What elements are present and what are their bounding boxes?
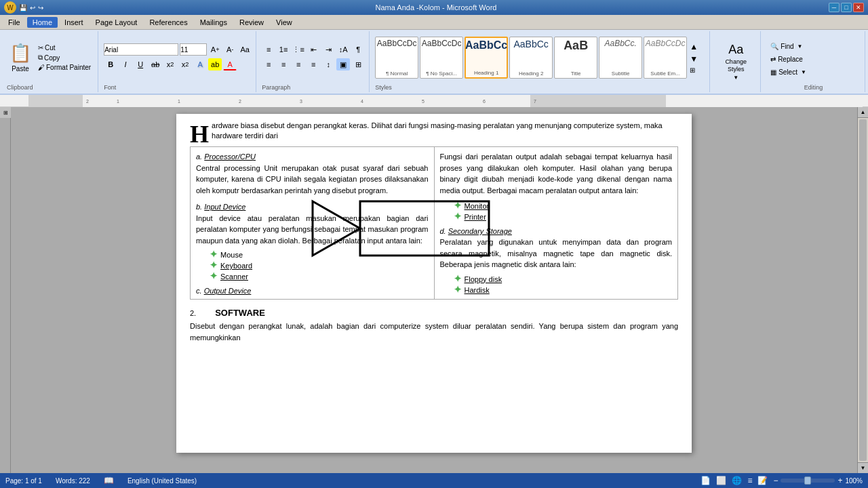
strikethrough-button[interactable]: ab [149,58,162,70]
styles-scroll-up[interactable]: ▲ ▼ ⊞ [690,42,698,74]
subscript-button[interactable]: x2 [163,58,177,70]
change-styles-button[interactable]: Aa ChangeStyles ▼ [715,33,756,91]
find-button[interactable]: 🔍 Find ▼ [766,41,861,52]
view-print-layout[interactable]: 📄 [701,476,711,485]
font-row-1: A+ A- Aa [104,43,252,56]
bullet-text-floppy: Floppy disk [465,275,502,283]
language-info[interactable]: English (United States) [127,477,197,485]
bullet-mouse: ✦ Mouse [210,249,429,260]
view-web[interactable]: 🌐 [732,476,742,485]
view-outline[interactable]: ≡ [747,476,752,485]
document-area[interactable]: H ardware biasa disebut dengan perangkat… [11,107,857,473]
font-family-select[interactable] [104,43,178,56]
menu-view[interactable]: View [271,17,298,28]
vertical-scrollbar[interactable]: ▲ ▼ [857,107,868,473]
decrease-indent-button[interactable]: ⇤ [307,43,320,56]
zoom-in-button[interactable]: + [837,476,842,485]
input-device-title-row: b. Input Device [196,201,429,213]
replace-button[interactable]: ⇄ Replace [766,54,861,64]
quick-access-save[interactable]: 💾 [19,4,27,12]
change-styles-icon: Aa [728,43,743,57]
c-letter: c. [196,287,204,295]
scroll-up-button[interactable]: ▲ [858,107,868,118]
paste-button[interactable]: 📋 Paste [7,37,34,78]
sort-button[interactable]: ↕A [336,43,350,56]
highlight-button[interactable]: ab [208,58,222,70]
view-full-screen[interactable]: ⬜ [716,476,726,485]
menu-home[interactable]: Home [27,17,58,28]
menu-insert[interactable]: Insert [59,17,89,28]
style-emphasis[interactable]: AaBbCcDc Subtle Em... [644,37,687,79]
italic-button[interactable]: I [119,58,132,70]
shading-button[interactable]: ▣ [336,58,350,70]
status-bar: Page: 1 of 1 Words: 222 📖 English (Unite… [0,473,868,488]
styles-expand[interactable]: ⊞ [690,66,698,74]
style-normal[interactable]: AaBbCcDc ¶ Normal [375,37,418,79]
superscript-button[interactable]: x2 [178,58,192,70]
spell-check-icon[interactable]: 📖 [104,476,114,485]
style-subtitle[interactable]: AaBbCc. Subtitle [599,37,642,79]
zoom-slider[interactable] [781,479,835,483]
zoom-level[interactable]: 100% [845,477,863,485]
change-styles-chevron: ▼ [733,75,738,81]
editing-group: 🔍 Find ▼ ⇄ Replace ▦ Select ▼ Editing [762,31,865,92]
menu-page-layout[interactable]: Page Layout [90,17,143,28]
format-painter-button[interactable]: 🖌 Format Painter [35,63,94,72]
increase-indent-button[interactable]: ⇥ [321,43,335,56]
style-heading2[interactable]: AaBbCc Heading 2 [509,37,553,79]
font-size-select[interactable] [180,43,207,56]
menu-mailings[interactable]: Mailings [195,17,233,28]
minimize-button[interactable]: ─ [829,3,840,12]
clipboard-small-buttons: ✂ Cut ⧉ Copy 🖌 Format Painter [35,43,94,72]
cut-button[interactable]: ✂ Cut [35,43,94,52]
underline-button[interactable]: U [134,58,147,70]
bold-button[interactable]: B [104,58,117,70]
style-no-spacing[interactable]: AaBbCcDc ¶ No Spaci... [420,37,463,79]
select-button[interactable]: ▦ Select ▼ [766,67,861,77]
clear-format-button[interactable]: Aa [238,43,252,56]
copy-button[interactable]: ⧉ Copy [35,53,94,62]
style-h1-label: Heading 1 [474,70,498,76]
align-left-button[interactable]: ≡ [262,58,275,70]
maximize-button[interactable]: □ [841,3,852,12]
align-center-button[interactable]: ≡ [277,58,290,70]
ribbon-content: 📋 Paste ✂ Cut ⧉ Copy 🖌 Format Pain [0,30,868,94]
align-right-button[interactable]: ≡ [292,58,305,70]
bullets-button[interactable]: ≡ [262,43,275,56]
styles-group-label: Styles [375,83,705,91]
font-color-button[interactable]: A [223,58,237,70]
shrink-font-button[interactable]: A- [223,43,237,56]
quick-access-redo[interactable]: ↪ [38,4,43,12]
find-chevron: ▼ [797,43,803,49]
style-normal-label: ¶ Normal [386,70,408,77]
border-button[interactable]: ⊞ [351,58,365,70]
line-spacing-button[interactable]: ↕ [321,58,335,70]
multilevel-button[interactable]: ⋮≡ [292,43,305,56]
style-title-label: Title [571,70,581,77]
b-letter: b. [196,203,204,211]
close-button[interactable]: ✕ [853,3,864,12]
scroll-down-button[interactable]: ▼ [858,462,868,473]
style-heading1[interactable]: AaBbCc Heading 1 [465,37,508,79]
left-ruler-handle[interactable]: ⊞ [0,107,11,118]
editing-group-label: Editing [766,83,861,91]
view-draft[interactable]: 📝 [757,476,768,485]
right-column[interactable]: Fungsi dari peralatan output adalah seba… [434,147,678,300]
justify-button[interactable]: ≡ [307,58,320,70]
select-icon: ▦ [770,68,776,76]
quick-access-undo[interactable]: ↩ [30,4,35,12]
style-title[interactable]: AaB Title [554,37,597,79]
text-effects-button[interactable]: A [193,58,207,70]
style-h1-preview: AaBbCc [465,39,507,52]
zoom-out-button[interactable]: − [773,476,778,485]
numbering-button[interactable]: 1≡ [277,43,290,56]
office-logo[interactable]: W [4,1,16,14]
show-formatting-button[interactable]: ¶ [351,43,365,56]
menu-references[interactable]: References [144,17,193,28]
menu-review[interactable]: Review [234,17,269,28]
scroll-thumb[interactable] [859,119,867,461]
document-page[interactable]: H ardware biasa disebut dengan perangkat… [176,114,692,453]
left-column[interactable]: a. Processor/CPU Central processing Unit… [191,147,435,300]
menu-file[interactable]: File [3,17,26,28]
grow-font-button[interactable]: A+ [208,43,222,56]
